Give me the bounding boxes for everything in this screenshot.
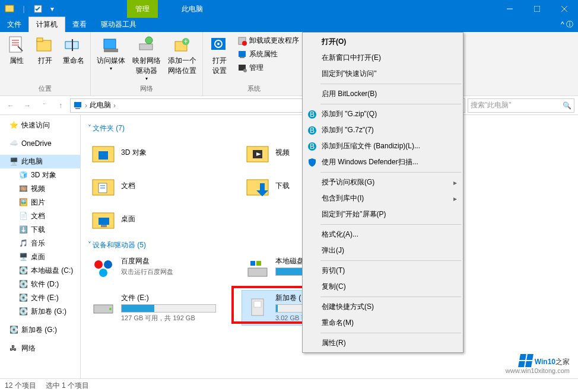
svg-point-45 xyxy=(99,269,107,277)
close-button[interactable] xyxy=(551,0,578,18)
properties-button[interactable]: 属性 xyxy=(5,34,28,67)
ctx-separator xyxy=(320,224,461,225)
ql-dropdown-icon[interactable]: ▾ xyxy=(46,3,58,15)
svg-point-50 xyxy=(109,308,112,310)
tab-file[interactable]: 文件 xyxy=(0,17,28,32)
tab-drive-tools[interactable]: 驱动器工具 xyxy=(94,17,144,32)
chevron-down-icon: ˅ xyxy=(88,124,91,132)
baidu-icon xyxy=(90,256,116,282)
sidebar-item[interactable]: ⬇️下载 xyxy=(0,223,80,237)
svg-rect-7 xyxy=(37,40,51,51)
ctx-access[interactable]: 授予访问权限(G)▸ xyxy=(304,174,462,190)
system-properties-button[interactable]: 系统属性 xyxy=(236,48,300,60)
status-bar: 12 个项目 选中 1 个项目 xyxy=(0,378,578,392)
sidebar-item[interactable]: 🖥️桌面 xyxy=(0,250,80,264)
tab-computer[interactable]: 计算机 xyxy=(28,17,65,32)
recent-dropdown[interactable]: ˅ xyxy=(37,98,51,113)
sidebar-item[interactable]: 📄文档 xyxy=(0,209,80,223)
app-icon xyxy=(4,3,15,15)
sidebar-item[interactable]: 🎞️视频 xyxy=(0,182,80,196)
sidebar-item[interactable]: 🎵音乐 xyxy=(0,237,80,250)
contextual-tab-label: 管理 xyxy=(127,0,158,18)
folder-item[interactable]: 桌面 xyxy=(88,203,236,234)
context-menu: 打开(O) 在新窗口中打开(E) 固定到"快速访问" 启用 BitLocker(… xyxy=(302,32,463,353)
svg-text:B: B xyxy=(310,126,315,135)
ctx-copy[interactable]: 复制(C) xyxy=(304,279,462,295)
minimize-button[interactable] xyxy=(496,0,523,18)
folder-item[interactable]: 3D 对象 xyxy=(88,137,236,168)
folder-item[interactable]: 文档 xyxy=(88,170,236,201)
sidebar-quick-access[interactable]: ⭐快速访问 xyxy=(0,119,80,132)
windows-logo-icon xyxy=(518,354,533,367)
nav-sidebar: ⭐快速访问 ☁️OneDrive 🖥️此电脑 🧊3D 对象 🎞️视频 🖼️图片 … xyxy=(0,115,81,378)
ctx-library[interactable]: 包含到库中(I)▸ xyxy=(304,190,462,206)
ctx-add-compress[interactable]: B添加到压缩文件 (Bandizip)(L)... xyxy=(304,138,462,154)
ctx-eject[interactable]: 弹出(J) xyxy=(304,243,462,259)
ribbon-collapse-icon[interactable]: ^ ⓘ xyxy=(556,17,578,32)
ctx-pin-quick[interactable]: 固定到"快速访问" xyxy=(304,66,462,82)
sidebar-network[interactable]: 🖧网络 xyxy=(0,342,80,355)
sidebar-item[interactable]: 💽新加卷 (G:) xyxy=(0,323,80,337)
ctx-bitlocker[interactable]: 启用 BitLocker(B) xyxy=(304,86,462,102)
search-input[interactable]: 搜索"此电脑" 🔍 xyxy=(468,98,574,113)
ctx-properties[interactable]: 属性(R) xyxy=(304,335,462,351)
sidebar-item[interactable]: 💽本地磁盘 (C:) xyxy=(0,264,80,278)
ctx-add-gzip[interactable]: B添加到 "G.zip"(Q) xyxy=(304,106,462,122)
media-button[interactable]: 访问媒体▾ xyxy=(96,34,126,72)
ctx-separator xyxy=(320,172,461,173)
path-sep[interactable]: › xyxy=(85,101,87,110)
sidebar-item[interactable]: 💽软件 (D:) xyxy=(0,278,80,291)
ctx-add-g7z[interactable]: B添加到 "G.7z"(7) xyxy=(304,122,462,138)
sidebar-item[interactable]: 💽新加卷 (G:) xyxy=(0,305,80,318)
sidebar-onedrive[interactable]: ☁️OneDrive xyxy=(0,137,80,150)
ctx-defender[interactable]: 使用 Windows Defender扫描... xyxy=(304,154,462,170)
rename-button[interactable]: 重命名 xyxy=(62,34,85,67)
up-button[interactable]: ↑ xyxy=(53,98,68,113)
drive-icon: 💽 xyxy=(19,307,28,317)
ribbon-group-label: 位置 xyxy=(5,83,85,93)
ctx-pin-start[interactable]: 固定到"开始"屏幕(P) xyxy=(304,206,462,222)
manage-button[interactable]: 管理 xyxy=(236,62,300,74)
back-button[interactable]: ← xyxy=(4,98,18,113)
sidebar-item[interactable]: 🧊3D 对象 xyxy=(0,168,80,182)
svg-text:+: + xyxy=(183,37,188,46)
svg-rect-41 xyxy=(99,218,109,225)
content-area: ⭐快速访问 ☁️OneDrive 🖥️此电脑 🧊3D 对象 🎞️视频 🖼️图片 … xyxy=(0,115,578,378)
drive-item[interactable]: 文件 (E:)127 GB 可用，共 192 GB xyxy=(88,291,236,325)
ctx-shortcut[interactable]: 创建快捷方式(S) xyxy=(304,299,462,315)
svg-point-22 xyxy=(242,41,247,46)
ctx-new-window[interactable]: 在新窗口中打开(E) xyxy=(304,50,462,66)
bandizip-icon: B xyxy=(307,110,317,119)
video-icon: 🎞️ xyxy=(19,184,28,194)
settings-button[interactable]: 打开 设置 xyxy=(208,34,231,77)
add-network-loc-button[interactable]: +添加一个 网络位置 xyxy=(167,34,198,77)
tab-view[interactable]: 查看 xyxy=(65,17,94,32)
submenu-arrow-icon: ▸ xyxy=(453,179,457,187)
sidebar-item[interactable]: 💽文件 (E:) xyxy=(0,291,80,305)
uninstall-programs-button[interactable]: 卸载或更改程序 xyxy=(236,34,300,47)
submenu-arrow-icon: ▸ xyxy=(453,195,457,203)
ctx-cut[interactable]: 剪切(T) xyxy=(304,263,462,279)
svg-rect-48 xyxy=(256,261,261,266)
sidebar-item[interactable]: 🖼️图片 xyxy=(0,196,80,209)
drive-item[interactable]: 百度网盘双击运行百度网盘 xyxy=(88,254,236,285)
path-segment[interactable]: 此电脑 xyxy=(90,100,111,110)
documents-icon: 📄 xyxy=(19,212,28,221)
map-drive-button[interactable]: 映射网络 驱动器▾ xyxy=(131,34,162,82)
ctx-rename[interactable]: 重命名(M) xyxy=(304,315,462,331)
open-button[interactable]: 打开 xyxy=(33,34,57,67)
search-icon[interactable]: 🔍 xyxy=(563,101,571,110)
drive-icon: 💽 xyxy=(9,326,19,335)
path-sep[interactable]: › xyxy=(113,101,116,110)
ribbon-group-location: 属性 打开 重命名 位置 xyxy=(0,32,91,95)
svg-rect-6 xyxy=(9,37,21,52)
ctx-open[interactable]: 打开(O) xyxy=(304,34,462,50)
sidebar-this-pc[interactable]: 🖥️此电脑 xyxy=(0,155,80,168)
ql-check-icon[interactable] xyxy=(32,3,44,15)
svg-point-43 xyxy=(94,260,103,269)
ctx-format[interactable]: 格式化(A)... xyxy=(304,227,462,243)
titlebar: | ▾ 管理 此电脑 xyxy=(0,0,578,18)
forward-button[interactable]: → xyxy=(20,98,34,113)
maximize-button[interactable] xyxy=(523,0,551,18)
drive-icon xyxy=(244,293,271,319)
